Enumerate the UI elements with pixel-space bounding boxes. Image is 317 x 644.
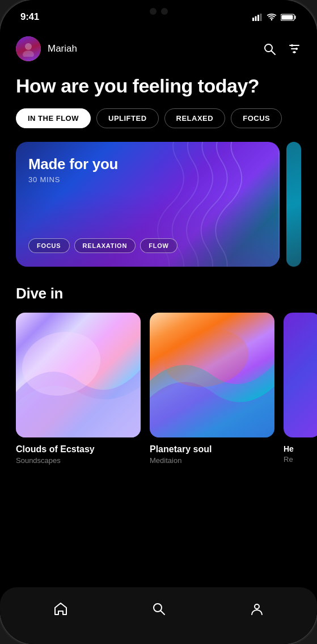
featured-peek-card (286, 142, 301, 267)
avatar-inner (16, 36, 41, 61)
header-actions (263, 42, 301, 56)
dive-card-peek-image (284, 313, 317, 437)
svg-point-8 (23, 50, 34, 57)
avatar[interactable] (16, 36, 41, 61)
phone-frame: 9:41 (0, 0, 317, 644)
nav-search[interactable] (140, 597, 177, 621)
mood-tag-uplifted[interactable]: UPLIFTED (96, 108, 159, 128)
svg-point-16 (293, 51, 295, 53)
status-bar: 9:41 (0, 0, 317, 31)
featured-top: Made for you 30 MINS (28, 155, 267, 184)
clouds-decoration (16, 313, 141, 437)
dive-card-planetary[interactable]: Planetary soul Meditaion (150, 313, 274, 465)
featured-tag-relaxation[interactable]: RELAXATION (74, 238, 136, 253)
battery-icon (281, 14, 297, 21)
dive-card-subtitle-peek: Re (284, 455, 317, 464)
dive-in-section: Dive in (0, 285, 317, 465)
featured-tag-focus[interactable]: FOCUS (28, 238, 70, 253)
svg-line-20 (160, 611, 164, 615)
notch-camera (150, 8, 157, 15)
mood-tag-in-the-flow[interactable]: IN THE FLOW (16, 108, 91, 128)
svg-rect-2 (257, 15, 259, 21)
nav-home[interactable] (42, 597, 79, 621)
mood-tag-relaxed[interactable]: RELAXED (164, 108, 226, 128)
svg-point-14 (291, 44, 293, 47)
user-info: Mariah (16, 36, 77, 61)
featured-row: Made for you 30 MINS FOCUS RELAXATION FL… (0, 142, 317, 267)
search-icon (263, 42, 276, 56)
svg-point-21 (255, 604, 259, 609)
svg-rect-3 (260, 14, 262, 21)
dive-card-title-peek: He (284, 444, 317, 453)
svg-point-15 (295, 48, 298, 50)
dive-card-title-clouds: Clouds of Ecstasy (16, 444, 141, 454)
mood-tags: IN THE FLOW UPLIFTED RELAXED FOCUS (0, 108, 317, 142)
svg-point-7 (25, 43, 32, 50)
dive-card-title-planetary: Planetary soul (150, 444, 274, 454)
planetary-decoration (150, 313, 274, 437)
dive-card-peek[interactable]: He Re (284, 313, 317, 465)
dive-card-image-planetary (150, 313, 274, 437)
main-content: Mariah (0, 31, 317, 618)
notch-area (150, 8, 168, 15)
signal-icon (252, 14, 263, 21)
home-icon (53, 601, 68, 616)
featured-content: Made for you 30 MINS FOCUS RELAXATION FL… (16, 142, 280, 267)
featured-tags: FOCUS RELAXATION FLOW (28, 238, 267, 253)
dive-card-subtitle-planetary: Meditaion (150, 456, 274, 465)
greeting-text: How are you feeling today? (16, 75, 301, 97)
featured-duration: 30 MINS (28, 175, 267, 184)
svg-point-4 (271, 19, 273, 20)
svg-rect-0 (252, 18, 254, 21)
dive-in-title: Dive in (0, 285, 317, 313)
greeting: How are you feeling today? (0, 70, 317, 108)
wifi-icon (267, 14, 277, 21)
svg-rect-1 (255, 16, 257, 21)
header: Mariah (0, 31, 317, 70)
featured-title: Made for you (28, 155, 267, 173)
nav-profile-icon (250, 601, 264, 616)
featured-card[interactable]: Made for you 30 MINS FOCUS RELAXATION FL… (16, 142, 280, 267)
user-name: Mariah (48, 43, 77, 54)
nav-profile[interactable] (238, 597, 276, 621)
phone-screen: 9:41 (0, 0, 317, 644)
nav-search-icon (151, 601, 166, 616)
bottom-nav (0, 587, 317, 644)
dive-in-cards: Clouds of Ecstasy Soundscapes (0, 313, 317, 465)
search-button[interactable] (263, 42, 276, 56)
featured-tag-flow[interactable]: FLOW (140, 238, 177, 253)
mood-tag-focus[interactable]: FOCUS (231, 108, 282, 128)
notch-sensor (161, 8, 168, 15)
svg-rect-6 (282, 15, 293, 19)
svg-line-10 (272, 51, 276, 55)
filter-button[interactable] (288, 42, 301, 56)
dive-card-image-clouds (16, 313, 141, 437)
dive-card-subtitle-clouds: Soundscapes (16, 456, 141, 465)
dive-card-clouds[interactable]: Clouds of Ecstasy Soundscapes (16, 313, 141, 465)
filter-icon (288, 42, 301, 56)
avatar-image (20, 41, 36, 57)
status-time: 9:41 (20, 11, 39, 23)
status-icons (252, 14, 297, 21)
